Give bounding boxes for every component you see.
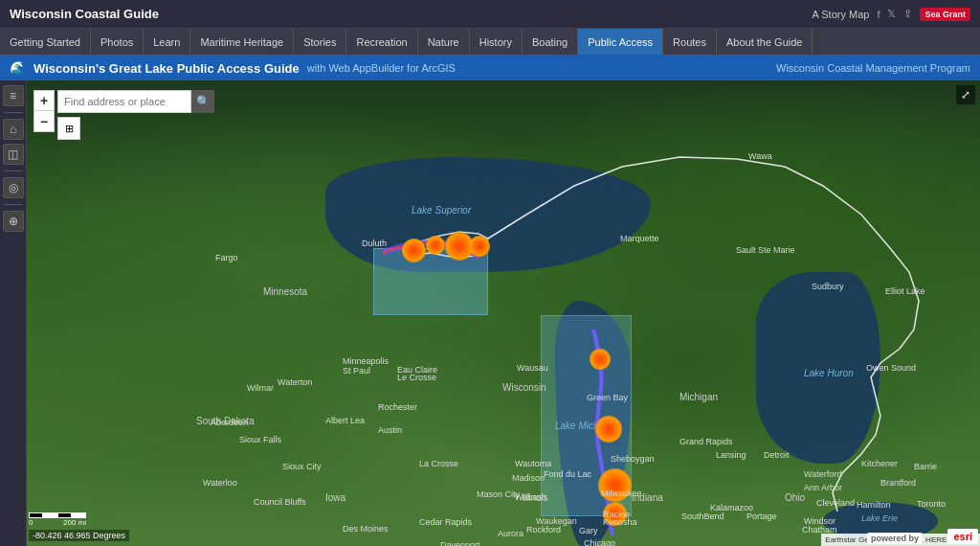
header-right: A Story Map f 𝕏 ⇪ Sea Grant <box>812 8 970 21</box>
nav-stories[interactable]: Stories <box>294 29 346 55</box>
heatmap-michigan-1 <box>590 349 611 370</box>
nav-public-access[interactable]: Public Access <box>578 29 663 55</box>
sidebar-divider-1 <box>4 112 23 113</box>
blue-banner: 🌊 Wisconsin's Great Lake Public Access G… <box>0 56 980 80</box>
scale-bar: 0 200 mi <box>29 512 86 527</box>
sidebar-divider-2 <box>4 171 23 171</box>
app-title: Wisconsin Coastal Guide <box>10 7 159 21</box>
banner-title: Wisconsin's Great Lake Public Access Gui… <box>33 61 300 76</box>
sidebar-divider-3 <box>4 204 23 205</box>
share-icon[interactable]: ⇪ <box>903 8 912 20</box>
search-button[interactable]: 🔍 <box>191 90 214 113</box>
nav-history[interactable]: History <box>470 29 523 55</box>
basemap-button[interactable]: ◫ <box>3 144 24 165</box>
map-sidebar: ≡ ⌂ ◫ ◎ ⊕ <box>0 80 27 546</box>
banner-left: 🌊 Wisconsin's Great Lake Public Access G… <box>10 60 456 76</box>
wisconsin-superior-highlight <box>373 248 488 315</box>
navigation-bar: Getting Started Photos Learn Maritime He… <box>0 29 980 56</box>
story-map-label: A Story Map <box>812 9 869 20</box>
heatmap-michigan-4 <box>603 502 627 526</box>
heatmap-michigan-3 <box>598 468 632 502</box>
zoom-in-button[interactable]: + <box>33 90 55 111</box>
banner-wave-icon: 🌊 <box>10 60 26 76</box>
zoom-controls: + − <box>33 90 55 132</box>
heatmap-superior-2 <box>426 236 445 255</box>
locate-button[interactable]: ⊕ <box>3 211 24 232</box>
twitter-icon[interactable]: 𝕏 <box>887 8 896 20</box>
layer-switcher-container: ⊞ <box>57 117 80 140</box>
sea-grant-logo: Sea Grant <box>920 8 970 21</box>
esri-brand-logo: esri <box>947 529 978 544</box>
fullscreen-button[interactable]: ⤢ <box>956 85 975 104</box>
layers-button[interactable]: ≡ <box>3 85 24 106</box>
nav-boating[interactable]: Boating <box>523 29 578 55</box>
nav-maritime-heritage[interactable]: Maritime Heritage <box>190 29 294 55</box>
scale-label-end: 200 mi <box>63 518 86 527</box>
lake-huron-label: Lake Huron <box>804 368 854 378</box>
lake-superior-label: Lake Superior <box>412 205 471 216</box>
layer-switcher-button[interactable]: ⊞ <box>57 117 80 140</box>
esri-logo: powered by <box>867 533 923 544</box>
lake-erie-label: Lake Erie <box>861 513 898 523</box>
home-button[interactable]: ⌂ <box>3 119 24 140</box>
search-box: 🔍 <box>57 90 214 113</box>
nav-recreation[interactable]: Recreation <box>346 29 417 55</box>
legend-button[interactable]: ◎ <box>3 177 24 198</box>
nav-getting-started[interactable]: Getting Started <box>0 29 91 55</box>
nav-photos[interactable]: Photos <box>91 29 144 55</box>
heatmap-superior-4 <box>469 236 490 257</box>
nav-about-guide[interactable]: About the Guide <box>717 29 813 55</box>
banner-right-text: Wisconsin Coastal Management Program <box>776 62 970 74</box>
coordinates-display: -80.426 46.965 Degrees <box>29 530 129 541</box>
map-container[interactable]: Lake Superior Lake Michigan Lake Huron L… <box>0 80 980 546</box>
nav-routes[interactable]: Routes <box>663 29 717 55</box>
facebook-icon[interactable]: f <box>877 9 880 20</box>
nav-nature[interactable]: Nature <box>418 29 470 55</box>
search-input[interactable] <box>57 90 191 113</box>
banner-subtitle: with Web AppBuilder for ArcGIS <box>307 62 456 74</box>
heatmap-michigan-2 <box>595 416 622 443</box>
app-header: Wisconsin Coastal Guide A Story Map f 𝕏 … <box>0 0 980 29</box>
heatmap-superior-1 <box>402 239 426 262</box>
scale-labels: 0 200 mi <box>29 518 86 527</box>
zoom-out-button[interactable]: − <box>33 111 55 132</box>
scale-label-start: 0 <box>29 518 33 527</box>
nav-learn[interactable]: Learn <box>144 29 190 55</box>
